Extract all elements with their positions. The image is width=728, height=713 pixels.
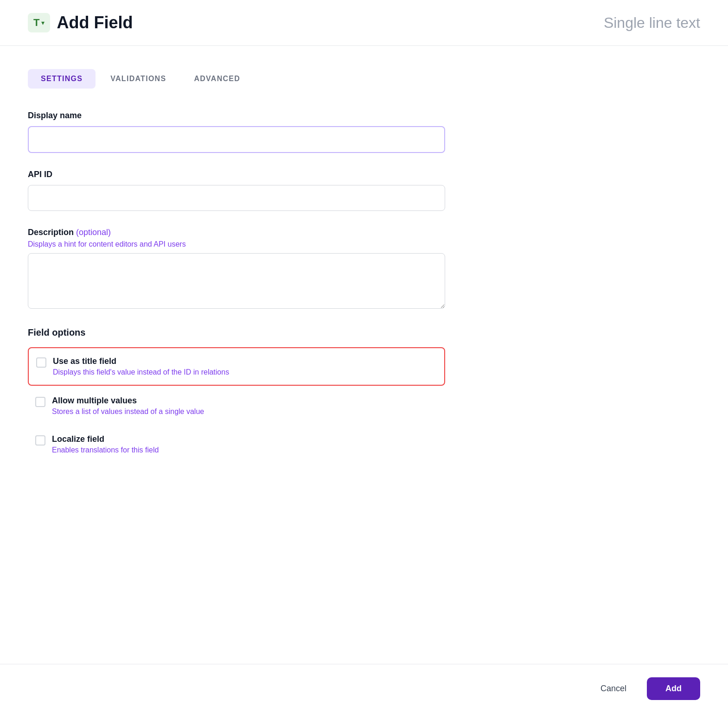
multiple-values-text: Allow multiple values Stores a list of v… [52,396,204,416]
option-multiple-values: Allow multiple values Stores a list of v… [28,388,445,424]
field-type-badge[interactable]: T ▾ [28,13,50,32]
header: T ▾ Add Field Single line text [0,0,728,46]
header-left: T ▾ Add Field [28,13,133,32]
description-optional: (optional) [74,228,111,237]
field-options-list: Use as title field Displays this field's… [28,347,445,463]
cancel-button[interactable]: Cancel [589,677,638,700]
add-button[interactable]: Add [647,677,700,700]
description-textarea[interactable] [28,253,445,309]
field-options-title: Field options [28,327,445,338]
multiple-values-label: Allow multiple values [52,396,204,406]
tab-bar: SETTINGS VALIDATIONS ADVANCED [28,69,700,89]
footer: Cancel Add [0,664,728,713]
field-options-section: Field options Use as title field Display… [28,327,445,463]
title-field-text: Use as title field Displays this field's… [53,356,229,376]
description-group: Description (optional) Displays a hint f… [28,228,445,311]
localize-field-desc: Enables translations for this field [52,446,159,454]
settings-form: Display name API ID Description (optiona… [28,111,445,463]
localize-field-label: Localize field [52,434,159,444]
description-label: Description [28,228,74,237]
title-field-checkbox[interactable] [36,357,46,368]
title-field-label: Use as title field [53,356,229,366]
field-type-label: Single line text [604,14,700,32]
field-type-letter: T [33,17,39,29]
api-id-label: API ID [28,170,445,179]
api-id-group: API ID [28,170,445,211]
tab-advanced[interactable]: ADVANCED [181,69,253,89]
tab-validations[interactable]: VALIDATIONS [97,69,179,89]
multiple-values-checkbox[interactable] [35,397,45,407]
page-title: Add Field [57,13,133,32]
option-localize-field: Localize field Enables translations for … [28,426,445,463]
display-name-input[interactable] [28,126,445,153]
tab-settings[interactable]: SETTINGS [28,69,96,89]
chevron-down-icon[interactable]: ▾ [41,19,45,26]
title-field-desc: Displays this field's value instead of t… [53,368,229,376]
description-label-row: Description (optional) [28,228,445,237]
display-name-group: Display name [28,111,445,153]
description-hint: Displays a hint for content editors and … [28,240,445,248]
display-name-label: Display name [28,111,445,121]
localize-field-text: Localize field Enables translations for … [52,434,159,454]
multiple-values-desc: Stores a list of values instead of a sin… [52,407,204,416]
api-id-input[interactable] [28,185,445,211]
content-area: SETTINGS VALIDATIONS ADVANCED Display na… [0,46,728,664]
option-title-field: Use as title field Displays this field's… [28,347,445,386]
localize-field-checkbox[interactable] [35,435,45,446]
